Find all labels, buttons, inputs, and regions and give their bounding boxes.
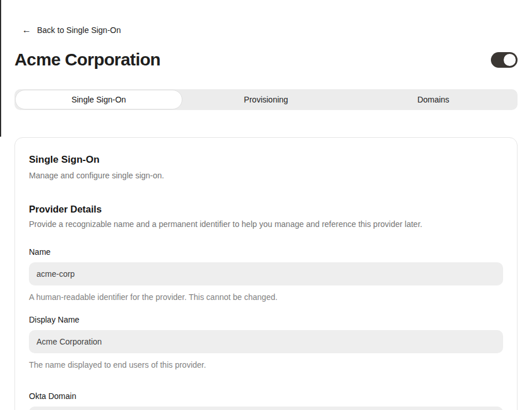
- window-edge-strip: [0, 0, 1, 137]
- card-heading: Single Sign-On: [29, 154, 503, 166]
- back-link-label: Back to Single Sign-On: [37, 25, 121, 35]
- back-link[interactable]: ← Back to Single Sign-On: [14, 25, 121, 35]
- provider-details-description: Provide a recognizable name and a perman…: [29, 219, 503, 229]
- tab-domains[interactable]: Domains: [350, 90, 517, 109]
- display-name-field-helper: The name displayed to end users of this …: [29, 360, 503, 370]
- name-input[interactable]: [29, 262, 503, 285]
- okta-domain-input[interactable]: [29, 407, 503, 410]
- display-name-field-label: Display Name: [29, 315, 503, 325]
- provider-enabled-toggle[interactable]: [491, 52, 518, 68]
- card-subheading: Manage and configure single sign-on.: [29, 171, 503, 181]
- back-arrow-icon: ←: [22, 26, 31, 34]
- name-field-label: Name: [29, 247, 503, 257]
- page-title: Acme Corporation: [14, 50, 160, 69]
- provider-details-heading: Provider Details: [29, 204, 503, 215]
- tab-single-sign-on[interactable]: Single Sign-On: [15, 90, 182, 109]
- name-field-helper: A human-readable identifier for the prov…: [29, 292, 503, 302]
- title-row: Acme Corporation: [14, 50, 518, 69]
- tab-bar: Single Sign-On Provisioning Domains: [14, 89, 518, 110]
- sso-settings-card: Single Sign-On Manage and configure sing…: [14, 137, 518, 410]
- page-container: ← Back to Single Sign-On Acme Corporatio…: [14, 25, 518, 410]
- okta-domain-field-label: Okta Domain: [29, 391, 503, 401]
- display-name-input[interactable]: [29, 330, 503, 353]
- tab-provisioning[interactable]: Provisioning: [182, 90, 350, 109]
- toggle-knob: [504, 54, 516, 66]
